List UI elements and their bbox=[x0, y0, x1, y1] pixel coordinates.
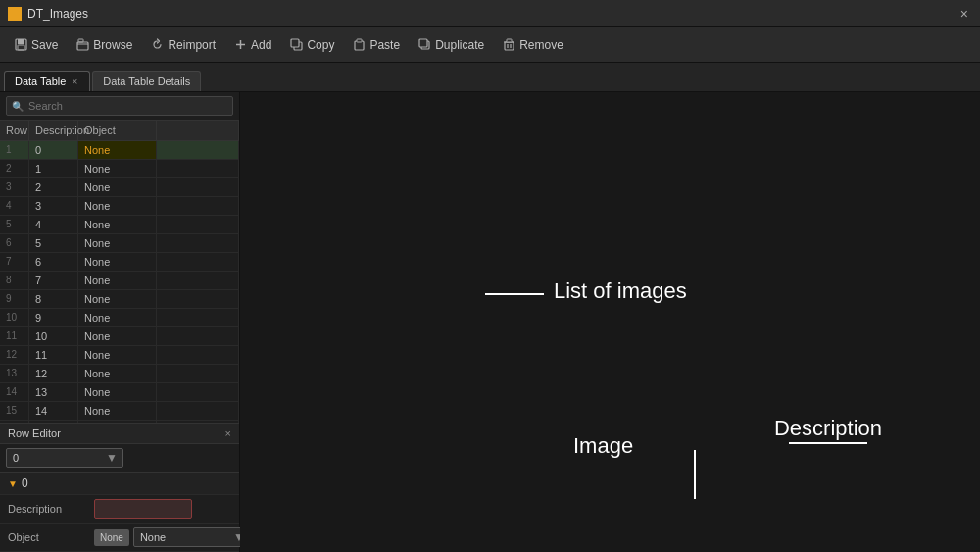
remove-icon bbox=[502, 38, 515, 52]
cell-extra bbox=[157, 402, 239, 420]
cell-obj: None bbox=[78, 365, 157, 382]
cell-row-num: 4 bbox=[0, 197, 29, 215]
search-icon: 🔍 bbox=[12, 101, 24, 112]
cell-row-num: 5 bbox=[0, 216, 29, 233]
table-row[interactable]: 14 13 None bbox=[0, 383, 239, 402]
collapse-icon[interactable]: ▼ bbox=[8, 478, 18, 489]
cell-obj: None bbox=[78, 160, 157, 177]
tab-data-table-details-label: Data Table Details bbox=[103, 75, 190, 87]
svg-rect-8 bbox=[78, 39, 83, 42]
tab-data-table-details[interactable]: Data Table Details bbox=[92, 71, 201, 91]
svg-rect-2 bbox=[8, 15, 14, 21]
cell-obj: None bbox=[78, 253, 157, 271]
cell-obj: None bbox=[78, 327, 157, 345]
table-row[interactable]: 3 2 None bbox=[0, 178, 239, 197]
svg-rect-5 bbox=[18, 39, 24, 44]
search-input[interactable] bbox=[6, 96, 233, 116]
table-row[interactable]: 2 1 None bbox=[0, 160, 239, 178]
row-selector[interactable]: 0 bbox=[6, 448, 123, 468]
table-row[interactable]: 6 5 None bbox=[0, 234, 239, 253]
table-row[interactable]: 1 0 None bbox=[0, 141, 239, 160]
cell-extra bbox=[157, 346, 239, 364]
table-row[interactable]: 9 8 None bbox=[0, 290, 239, 309]
table-row[interactable]: 12 11 None bbox=[0, 346, 239, 365]
cell-extra bbox=[157, 160, 239, 177]
table-row[interactable]: 11 10 None bbox=[0, 327, 239, 346]
annotation-list-of-images: List of images bbox=[554, 278, 687, 304]
right-panel: List of images Description Image bbox=[240, 92, 980, 552]
paste-button[interactable]: Paste bbox=[344, 34, 408, 56]
copy-icon bbox=[289, 38, 303, 52]
reimport-icon bbox=[150, 38, 164, 52]
tab-data-table-label: Data Table bbox=[15, 75, 66, 87]
reimport-button[interactable]: Reimport bbox=[142, 34, 223, 56]
table-row[interactable]: 7 6 None bbox=[0, 253, 239, 272]
col-object: Object bbox=[78, 121, 157, 140]
cell-desc: 1 bbox=[29, 160, 78, 177]
table-row[interactable]: 15 14 None bbox=[0, 402, 239, 421]
cell-desc: 6 bbox=[29, 253, 78, 271]
cell-desc: 11 bbox=[29, 346, 78, 364]
cell-row-num: 1 bbox=[0, 141, 29, 159]
row-number-value: 0 bbox=[22, 477, 28, 490]
annotation-line-image bbox=[789, 442, 867, 444]
cell-obj: None bbox=[78, 346, 157, 364]
cell-obj: None bbox=[78, 197, 157, 215]
copy-button[interactable]: Copy bbox=[281, 34, 342, 56]
remove-button[interactable]: Remove bbox=[494, 34, 571, 56]
none-button[interactable]: None bbox=[94, 529, 129, 546]
svg-rect-0 bbox=[8, 7, 14, 13]
main-content: 🔍 Row Description Object 1 0 None 2 1 No… bbox=[0, 92, 980, 552]
window-close-button[interactable]: × bbox=[956, 6, 972, 22]
cell-row-num: 13 bbox=[0, 365, 29, 382]
cell-obj: None bbox=[78, 383, 157, 401]
cell-desc: 13 bbox=[29, 383, 78, 401]
cell-desc: 4 bbox=[29, 216, 78, 233]
table-row[interactable]: 5 4 None bbox=[0, 216, 239, 234]
cell-obj: None bbox=[78, 178, 157, 196]
svg-rect-17 bbox=[505, 42, 514, 50]
table-row[interactable]: 4 3 None bbox=[0, 197, 239, 216]
save-icon bbox=[14, 38, 27, 52]
duplicate-icon bbox=[417, 38, 431, 52]
table-row[interactable]: 10 9 None bbox=[0, 309, 239, 327]
tab-data-table-close[interactable]: × bbox=[70, 76, 79, 87]
col-row: Row bbox=[0, 121, 29, 140]
cell-extra bbox=[157, 272, 239, 289]
cell-obj: None bbox=[78, 216, 157, 233]
description-input[interactable] bbox=[94, 499, 192, 519]
col-description: Description bbox=[29, 121, 78, 140]
col-extra bbox=[157, 121, 239, 140]
cell-desc: 5 bbox=[29, 234, 78, 252]
browse-button[interactable]: Browse bbox=[68, 34, 140, 56]
cell-row-num: 8 bbox=[0, 272, 29, 289]
duplicate-button[interactable]: Duplicate bbox=[410, 34, 492, 56]
row-editor-title: Row Editor bbox=[8, 427, 61, 439]
title-bar-icon bbox=[8, 7, 22, 21]
cell-extra bbox=[157, 253, 239, 271]
cell-desc: 0 bbox=[29, 141, 78, 159]
cell-desc: 14 bbox=[29, 402, 78, 420]
save-button[interactable]: Save bbox=[6, 34, 66, 56]
add-button[interactable]: Add bbox=[225, 34, 279, 56]
cell-extra bbox=[157, 141, 239, 159]
annotation-line-list-images bbox=[485, 293, 544, 295]
table-header: Row Description Object bbox=[0, 121, 239, 141]
cell-row-num: 15 bbox=[0, 402, 29, 420]
cell-row-num: 3 bbox=[0, 178, 29, 196]
object-dropdown[interactable]: None bbox=[133, 527, 251, 547]
cell-obj: None bbox=[78, 272, 157, 289]
table-row[interactable]: 13 12 None bbox=[0, 365, 239, 383]
description-field-label: Description bbox=[8, 503, 86, 515]
data-table: 1 0 None 2 1 None 3 2 None 4 3 None 5 4 … bbox=[0, 141, 239, 423]
cell-obj: None bbox=[78, 290, 157, 308]
row-editor-close-button[interactable]: × bbox=[225, 427, 231, 439]
cell-extra bbox=[157, 178, 239, 196]
cell-row-num: 11 bbox=[0, 327, 29, 345]
tab-data-table[interactable]: Data Table × bbox=[4, 71, 90, 91]
table-row[interactable]: 8 7 None bbox=[0, 272, 239, 290]
cell-extra bbox=[157, 234, 239, 252]
annotation-image: Image bbox=[573, 433, 633, 459]
left-panel: 🔍 Row Description Object 1 0 None 2 1 No… bbox=[0, 92, 240, 552]
cell-extra bbox=[157, 365, 239, 382]
